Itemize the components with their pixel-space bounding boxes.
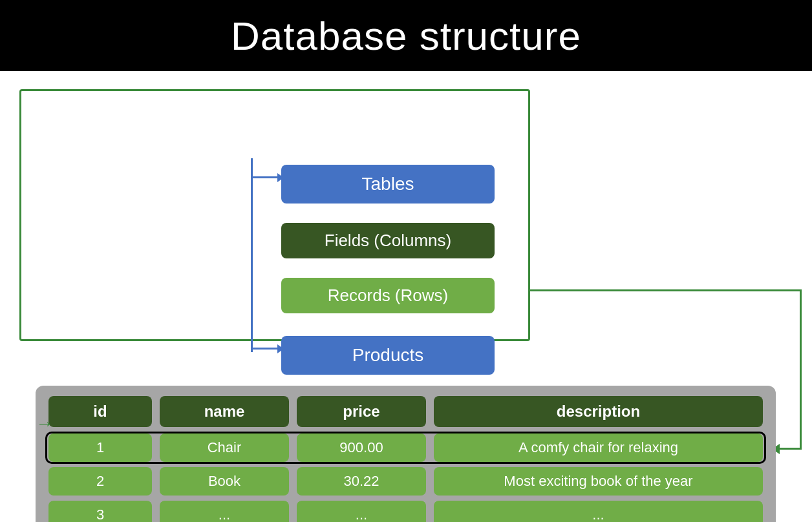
header-description: description — [434, 396, 763, 427]
table-row-3: 3 ... ... ... — [48, 501, 763, 522]
cell-3-description: ... — [434, 501, 763, 522]
products-node: Products — [281, 336, 495, 375]
page-title: Database structure — [231, 13, 581, 59]
header-price: price — [297, 396, 426, 427]
cell-1-name: Chair — [160, 433, 289, 462]
cell-1-description: A comfy chair for relaxing — [434, 433, 763, 462]
records-bottom-line — [773, 448, 802, 450]
table-row-1: 1 Chair 900.00 A comfy chair for relaxin… — [48, 433, 763, 462]
records-node: Records (Rows) — [281, 278, 495, 313]
page-header: Database structure — [0, 0, 812, 71]
cell-2-description: Most exciting book of the year — [434, 467, 763, 496]
cell-1-id: 1 — [48, 433, 152, 462]
cell-2-id: 2 — [48, 467, 152, 496]
blue-vertical-line — [251, 158, 253, 352]
records-vertical-line — [800, 289, 802, 450]
table-header-row: id name price description — [48, 396, 763, 427]
header-name: name — [160, 396, 289, 427]
cell-3-name: ... — [160, 501, 289, 522]
cell-2-name: Book — [160, 467, 289, 496]
cell-3-id: 3 — [48, 501, 152, 522]
cell-1-price: 900.00 — [297, 433, 426, 462]
tables-connector-line — [251, 176, 283, 178]
records-pill: Records (Rows) — [281, 278, 495, 313]
products-connector-line — [251, 348, 283, 350]
fields-pill: Fields (Columns) — [281, 223, 495, 258]
tables-pill: Tables — [281, 165, 495, 204]
records-right-line — [530, 289, 802, 291]
tables-node: Tables — [281, 165, 495, 204]
table-row-2: 2 Book 30.22 Most exciting book of the y… — [48, 467, 763, 496]
cell-2-price: 30.22 — [297, 467, 426, 496]
left-arrow-indicator — [36, 413, 54, 434]
fields-node: Fields (Columns) — [281, 223, 495, 258]
cell-3-price: ... — [297, 501, 426, 522]
header-id: id — [48, 396, 152, 427]
products-pill: Products — [281, 336, 495, 375]
database-table: id name price description 1 Chair 900.00… — [36, 386, 776, 522]
diagram-area: Tables Fields (Columns) Records (Rows) P… — [0, 71, 812, 522]
